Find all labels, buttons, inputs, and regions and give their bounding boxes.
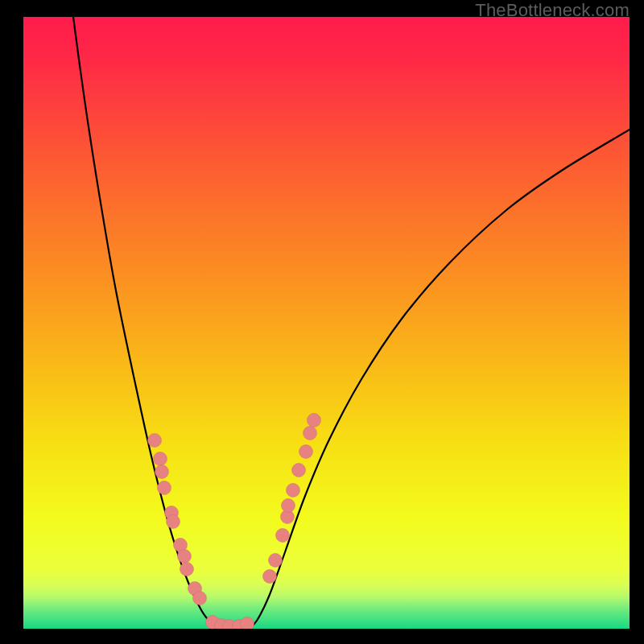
data-marker [282,499,295,513]
plot-area [23,17,630,629]
gradient-background [23,17,630,629]
bottleneck-curve-chart [23,17,630,629]
data-marker [180,563,194,576]
data-marker [193,592,207,605]
chart-frame: TheBottleneck.com [0,0,644,644]
data-marker [276,529,290,543]
data-marker [308,414,321,427]
data-marker [155,465,169,479]
data-marker [263,570,277,584]
data-marker [269,554,283,568]
data-marker [148,434,162,448]
data-marker [299,445,313,459]
data-marker [241,617,254,630]
data-marker [303,427,317,440]
watermark-text: TheBottleneck.com [475,0,630,21]
data-marker [167,515,180,529]
data-marker [178,550,192,564]
data-marker [158,481,171,495]
data-marker [287,484,300,497]
data-marker [292,464,306,477]
data-marker [154,452,167,466]
